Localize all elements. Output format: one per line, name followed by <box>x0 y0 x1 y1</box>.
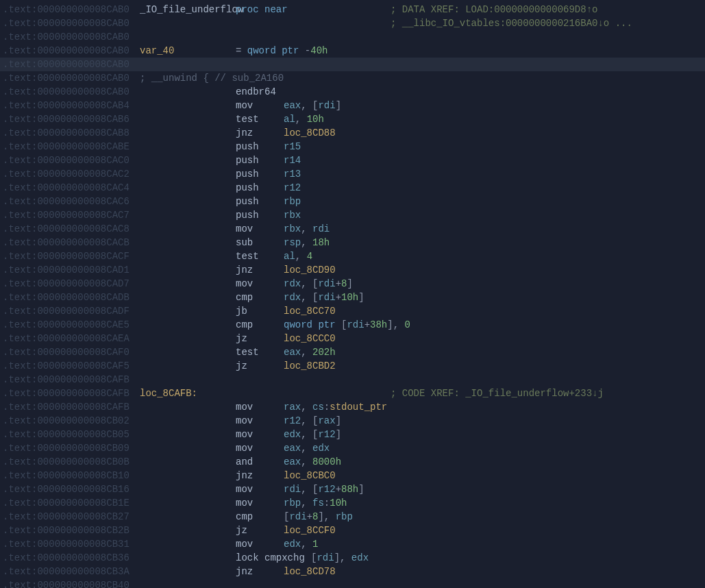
symbol-ref[interactable]: loc_8CCC0 <box>284 333 336 344</box>
asm-line[interactable]: .text:000000000008CAEA jzloc_8CCC0 <box>0 332 705 345</box>
operands: loc_8CCF0 <box>284 524 336 537</box>
label[interactable]: loc_8CAFB: <box>140 388 197 399</box>
asm-line[interactable]: .text:000000000008CAC4 pushr12 <box>0 181 705 195</box>
symbol-ref[interactable]: loc_8CD78 <box>284 566 336 577</box>
asm-line[interactable]: .text:000000000008CAD7 movrdx, [rdi+8] <box>0 277 705 291</box>
asm-line[interactable]: .text:000000000008CAF5 jzloc_8CBD2 <box>0 359 705 373</box>
asm-line[interactable]: .text:000000000008CB1E movrbp, fs:10h <box>0 496 705 510</box>
operand-token: rdi <box>312 223 330 234</box>
mnemonic-column: test <box>236 112 284 126</box>
asm-line[interactable]: .text:000000000008CAD1 jnzloc_8CD90 <box>0 263 705 277</box>
segment: .text: <box>3 402 37 413</box>
asm-line[interactable]: .text:000000000008CB2B jzloc_8CCF0 <box>0 524 705 537</box>
asm-line[interactable]: .text:000000000008CABE pushr15 <box>0 140 705 154</box>
asm-line[interactable]: .text:000000000008CAC7 pushrbx <box>0 208 705 222</box>
address: 000000000008CB31 <box>37 539 129 550</box>
mnemonic: push <box>236 210 259 221</box>
asm-line[interactable]: .text:000000000008CACF testal, 4 <box>0 249 705 263</box>
asm-line[interactable]: .text:000000000008CADF jbloc_8CC70 <box>0 304 705 318</box>
operands: r12, [rax] <box>284 414 341 428</box>
asm-line[interactable]: .text:000000000008CADB cmprdx, [rdi+10h] <box>0 291 705 304</box>
operands: eax, 202h <box>284 345 336 359</box>
symbol-ref[interactable]: loc_8CD88 <box>284 127 336 138</box>
mnemonic-column: and <box>236 455 284 469</box>
asm-line[interactable]: .text:000000000008CB0B andeax, 8000h <box>0 455 705 469</box>
address: 000000000008CABE <box>37 141 129 152</box>
asm-line[interactable]: .text:000000000008CAF0 testeax, 202h <box>0 345 705 359</box>
address: 000000000008CACF <box>37 251 129 262</box>
asm-line[interactable]: .text:000000000008CAB0 _IO_file_underflo… <box>0 3 705 16</box>
operand-token: ], <box>387 319 404 330</box>
address: 000000000008CACB <box>37 237 129 248</box>
operand-token: rbp <box>284 196 301 207</box>
operands: loc_8CBC0 <box>284 469 336 482</box>
mnemonic: mov <box>236 415 253 426</box>
operand-token: , <box>301 415 312 426</box>
mnemonic: lock cmpxchg <box>236 552 305 563</box>
operand-token: , <box>301 484 312 495</box>
asm-line[interactable]: .text:000000000008CAC0 pushr14 <box>0 154 705 167</box>
label[interactable]: var_40 <box>140 45 174 56</box>
address-prefix: .text:000000000008CB02 <box>3 414 140 428</box>
mnemonic-column: jb <box>236 304 284 318</box>
asm-line[interactable]: .text:000000000008CAB0 <box>0 30 705 44</box>
mnemonic: mov <box>236 100 253 111</box>
asm-line[interactable]: .text:000000000008CB36 lock cmpxchg[rdi]… <box>0 551 705 565</box>
symbol-ref[interactable]: loc_8CBD2 <box>284 360 336 371</box>
asm-line[interactable]: .text:000000000008CAB8 jnzloc_8CD88 <box>0 126 705 140</box>
symbol-ref[interactable]: loc_8CD90 <box>284 265 336 275</box>
asm-line[interactable]: .text:000000000008CAB4 moveax, [rdi] <box>0 99 705 112</box>
directive: proc near <box>236 4 288 15</box>
xref-comment[interactable]: ; DATA XREF: LOAD:00000000000069D8↑o <box>391 3 597 16</box>
asm-line[interactable]: .text:000000000008CB31 movedx, 1 <box>0 537 705 551</box>
address-prefix: .text:000000000008CB3A <box>3 565 140 578</box>
asm-line[interactable]: .text:000000000008CAB0 endbr64 <box>0 85 705 99</box>
asm-line[interactable]: .text:000000000008CB27 cmp[rdi+8], rbp <box>0 510 705 524</box>
disassembly-listing[interactable]: .text:000000000008CAB0 _IO_file_underflo… <box>0 3 705 588</box>
operand-token: rdi <box>318 292 335 303</box>
segment: .text: <box>3 443 37 454</box>
asm-line[interactable]: .text:000000000008CAB0 var_40= qword ptr… <box>0 44 705 58</box>
address: 000000000008CAC6 <box>37 196 129 207</box>
offset: 40h <box>310 45 327 56</box>
asm-line[interactable]: .text:000000000008CB10 jnzloc_8CBC0 <box>0 469 705 482</box>
operand-token: + <box>336 278 341 289</box>
asm-line[interactable]: .text:000000000008CB40 <box>0 578 705 588</box>
asm-line[interactable]: .text:000000000008CAB6 testal, 10h <box>0 112 705 126</box>
asm-line[interactable]: .text:000000000008CB3A jnzloc_8CD78 <box>0 565 705 578</box>
asm-line[interactable]: .text:000000000008CAC2 pushr13 <box>0 167 705 181</box>
asm-line[interactable]: .text:000000000008CAC6 pushrbp <box>0 195 705 208</box>
asm-line[interactable]: .text:000000000008CAB0 ; __libc_IO_vtabl… <box>0 16 705 30</box>
symbol-ref[interactable]: loc_8CC70 <box>284 306 336 317</box>
operands: [rdi], edx <box>311 551 369 565</box>
asm-line[interactable]: .text:000000000008CB16 movrdi, [r12+88h] <box>0 482 705 496</box>
asm-line[interactable]: .text:000000000008CAFB movrax, cs:stdout… <box>0 400 705 414</box>
mnemonic-column: mov <box>236 277 284 291</box>
operand-token: , <box>301 456 312 467</box>
address: 000000000008CAF5 <box>37 360 129 371</box>
address: 000000000008CAB0 <box>37 4 129 15</box>
operands: r13 <box>284 167 301 181</box>
label[interactable]: _IO_file_underflow <box>140 4 243 15</box>
segment: .text: <box>3 539 37 550</box>
operand-token: rbp <box>336 511 353 522</box>
asm-line[interactable]: .text:000000000008CACB subrsp, 18h <box>0 236 705 249</box>
asm-line[interactable]: .text:000000000008CAFB <box>0 373 705 387</box>
symbol-ref[interactable]: stdout_ptr <box>330 402 387 413</box>
asm-line[interactable]: .text:000000000008CB02 movr12, [rax] <box>0 414 705 428</box>
xref-comment[interactable]: ; CODE XREF: _IO_file_underflow+233↓j <box>391 387 604 400</box>
asm-line[interactable]: .text:000000000008CAC8 movrbx, rdi <box>0 222 705 236</box>
asm-line[interactable]: .text:000000000008CAB0 ; __unwind { // s… <box>0 71 705 85</box>
asm-line[interactable]: .text:000000000008CB09 moveax, edx <box>0 441 705 455</box>
operand-token: : <box>324 498 330 509</box>
asm-line[interactable]: .text:000000000008CAE5 cmpqword ptr [rdi… <box>0 318 705 332</box>
operand-token: rdi <box>317 552 334 563</box>
asm-line[interactable]: .text:000000000008CB05 movedx, [r12] <box>0 428 705 441</box>
asm-line[interactable]: .text:000000000008CAB0 <box>0 58 705 71</box>
operand-token: edx <box>284 429 301 440</box>
symbol-ref[interactable]: loc_8CCF0 <box>284 525 336 536</box>
xref-comment[interactable]: ; __libc_IO_vtables:0000000000216BA0↓o .… <box>391 16 632 30</box>
symbol-ref[interactable]: loc_8CBC0 <box>284 470 336 481</box>
asm-line[interactable]: .text:000000000008CAFB loc_8CAFB:; CODE … <box>0 387 705 400</box>
address: 000000000008CAEA <box>37 333 129 344</box>
